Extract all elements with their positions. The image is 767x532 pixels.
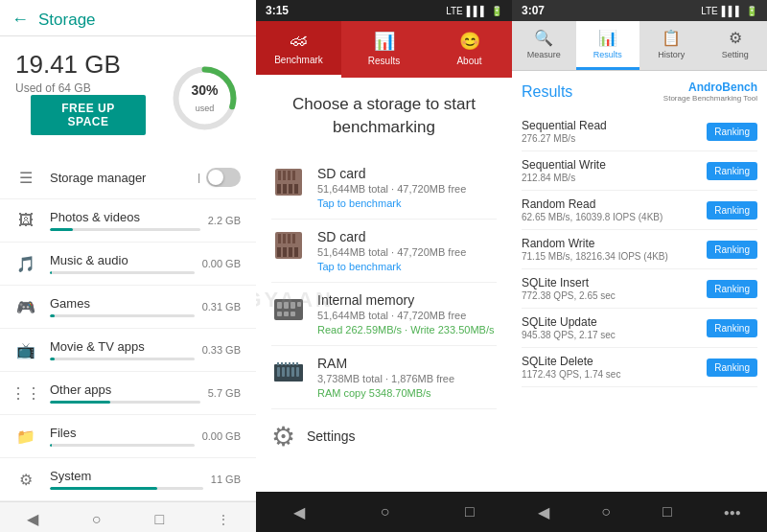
seq-write-name: Sequential Write [522, 158, 707, 172]
sqlite-insert-value: 772.38 QPS, 2.65 sec [522, 290, 707, 301]
panel3-home-button[interactable]: ○ [593, 496, 618, 528]
svg-rect-30 [282, 367, 285, 377]
seq-write-info: Sequential Write 212.84 MB/s [522, 158, 707, 183]
panel2-recents-button[interactable]: □ [457, 496, 482, 528]
files-item[interactable]: 📁 Files 0.00 GB [0, 415, 256, 458]
signal-icon: ▌▌▌ [722, 6, 742, 16]
settings-gear-icon: ⚙ [271, 421, 295, 452]
sdcard2-name: SD card [317, 229, 497, 244]
ram-option[interactable]: RAM 3,738MB total · 1,876MB free RAM cop… [271, 346, 497, 409]
svg-rect-39 [296, 362, 298, 365]
panel2-time: 3:15 [266, 4, 289, 17]
tab-about[interactable]: 😊 About [427, 21, 512, 78]
files-item-name: Files [50, 426, 195, 440]
games-item[interactable]: 🎮 Games 0.31 GB [0, 286, 256, 329]
panel3-back-button[interactable]: ◀ [530, 496, 557, 529]
sdcard2-option[interactable]: SD card 51,644MB total · 47,720MB free T… [271, 220, 497, 283]
games-icon: 🎮 [15, 296, 36, 317]
photos-videos-item[interactable]: 🖼 Photos & videos 2.2 GB [0, 199, 256, 243]
music-audio-item[interactable]: 🎵 Music & audio 0.00 GB [0, 243, 256, 286]
apps-nav-button[interactable]: ⋮ [210, 505, 237, 533]
benchmark-tab-icon: 🏎 [291, 31, 308, 51]
panel1-title: Storage [38, 11, 96, 30]
setting-tab-label: Setting [722, 50, 749, 59]
internal-memory-action: Read 262.59MB/s · Write 233.50MB/s [317, 324, 497, 335]
ram-info: RAM 3,738MB total · 1,876MB free RAM cop… [317, 356, 497, 399]
svg-rect-6 [294, 184, 298, 194]
tab-benchmark[interactable]: 🏎 Benchmark [256, 21, 341, 78]
free-up-space-button[interactable]: FREE UP SPACE [31, 95, 146, 135]
movie-icon: 📺 [15, 339, 36, 360]
panel3-navigation: ◀ ○ □ ●●● [512, 492, 767, 532]
movie-item-size: 0.33 GB [202, 344, 241, 356]
sqlite-delete-row: SQLite Delete 1172.43 QPS, 1.74 sec Rank… [522, 348, 757, 387]
tab-history[interactable]: 📋 History [639, 21, 704, 70]
svg-rect-25 [284, 312, 289, 316]
panel1-header: ← Storage [0, 0, 256, 36]
storage-manager-toggle[interactable] [206, 168, 241, 187]
games-item-size: 0.31 GB [202, 301, 241, 312]
results-tab-label: Results [368, 56, 400, 66]
sqlite-update-ranking-button[interactable]: Ranking [707, 319, 757, 337]
back-arrow-icon[interactable]: ← [12, 10, 29, 30]
rand-read-row: Random Read 62.65 MB/s, 16039.8 IOPS (4K… [522, 191, 757, 230]
files-item-size: 0.00 GB [202, 430, 241, 442]
tab-results-active[interactable]: 📊 Results [576, 21, 640, 70]
music-item-name: Music & audio [50, 253, 195, 267]
ram-action: RAM copy 5348.70MB/s [317, 387, 497, 399]
panel1-navigation: ◀ ○ □ ⋮ [0, 501, 256, 532]
other-apps-item[interactable]: ⋮⋮ Other apps 5.7 GB [0, 372, 256, 415]
androbench-logo: AndroBench [663, 81, 757, 94]
internal-memory-detail: 51,644MB total · 47,720MB free [317, 310, 497, 321]
sqlite-insert-ranking-button[interactable]: Ranking [707, 280, 757, 298]
panel2-statusbar: 3:15 LTE ▌▌▌ 🔋 [256, 0, 512, 21]
sqlite-update-row: SQLite Update 945.38 QPS, 2.17 sec Ranki… [522, 309, 757, 348]
sdcard1-action: Tap to benchmark [317, 197, 497, 209]
divider-line: | [198, 172, 200, 183]
seq-write-ranking-button[interactable]: Ranking [707, 162, 757, 180]
svg-rect-10 [292, 171, 295, 180]
lte-icon: LTE [446, 6, 463, 16]
panel2-status-icons: LTE ▌▌▌ 🔋 [446, 6, 502, 16]
settings-option[interactable]: ⚙ Settings [271, 409, 497, 464]
movie-tv-item[interactable]: 📺 Movie & TV apps 0.33 GB [0, 329, 256, 372]
tab-setting[interactable]: ⚙ Setting [704, 21, 768, 70]
sqlite-delete-name: SQLite Delete [522, 355, 707, 368]
panel3-content: Results AndroBench Storage Benchmarking … [512, 71, 767, 492]
rand-write-ranking-button[interactable]: Ranking [707, 241, 757, 259]
sqlite-delete-value: 1172.43 QPS, 1.74 sec [522, 369, 707, 380]
internal-memory-option[interactable]: Internal memory 51,644MB total · 47,720M… [271, 283, 497, 346]
lte-icon: LTE [701, 6, 718, 16]
svg-rect-38 [292, 362, 294, 365]
internal-memory-icon [271, 292, 306, 327]
benchmark-tab-label: Benchmark [274, 55, 323, 65]
panel3-dots-button[interactable]: ●●● [716, 499, 749, 525]
panel2-back-button[interactable]: ◀ [286, 496, 313, 529]
tab-results[interactable]: 📊 Results [341, 21, 427, 78]
androbench-sub: Storage Benchmarking Tool [663, 94, 757, 103]
recents-nav-button[interactable]: □ [147, 503, 172, 533]
sqlite-delete-ranking-button[interactable]: Ranking [707, 359, 757, 377]
photos-item-size: 2.2 GB [208, 215, 241, 226]
panel-storage: ← Storage 19.41 GB Used of 64 GB FREE UP… [0, 0, 256, 532]
svg-rect-13 [283, 247, 287, 257]
sdcard2-action: Tap to benchmark [317, 261, 497, 272]
seq-read-ranking-button[interactable]: Ranking [707, 123, 757, 141]
svg-rect-5 [289, 184, 292, 194]
movie-item-info: Movie & TV apps [50, 339, 195, 360]
tab-measure[interactable]: 🔍 Measure [512, 21, 576, 70]
about-tab-icon: 😊 [459, 31, 480, 52]
sqlite-insert-info: SQLite Insert 772.38 QPS, 2.65 sec [522, 276, 707, 301]
panel3-recents-button[interactable]: □ [655, 496, 680, 528]
home-nav-button[interactable]: ○ [84, 503, 109, 533]
internal-memory-info: Internal memory 51,644MB total · 47,720M… [317, 292, 497, 335]
storage-manager-row[interactable]: ☰ Storage manager | [0, 156, 256, 199]
sdcard1-option[interactable]: SD card 51,644MB total · 47,720MB free T… [271, 156, 497, 220]
choose-storage-text: Choose a storage to start benchmarking [271, 93, 497, 139]
results-active-tab-icon: 📊 [598, 29, 617, 47]
back-nav-button[interactable]: ◀ [19, 502, 46, 532]
music-item-size: 0.00 GB [202, 258, 241, 269]
system-item[interactable]: ⚙ System 11 GB [0, 458, 256, 501]
panel2-home-button[interactable]: ○ [373, 496, 398, 528]
rand-read-ranking-button[interactable]: Ranking [707, 201, 757, 220]
